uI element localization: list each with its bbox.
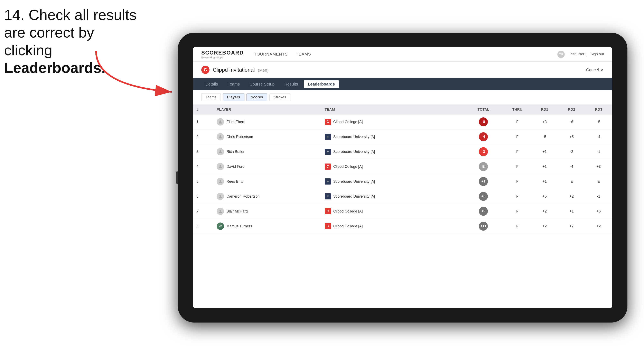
team-name: Scoreboard University [A] <box>333 194 375 199</box>
nav-tournaments[interactable]: TOURNAMENTS <box>254 51 288 57</box>
cell-rd1: +5 <box>531 189 558 204</box>
cell-rd2: +7 <box>558 219 585 234</box>
subnav-results[interactable]: Results <box>280 80 302 88</box>
nav-right: TU Test User | Sign out <box>557 51 604 58</box>
svg-point-2 <box>220 135 221 137</box>
cell-rd3: -5 <box>585 115 612 129</box>
team-logo: ≡ <box>325 178 331 184</box>
table-header: # PLAYER TEAM TOTAL THRU RD1 RD2 RD3 <box>193 105 612 115</box>
tournament-title: Clippd Invitational (Men) <box>213 67 586 73</box>
player-avatar <box>217 193 224 200</box>
filter-teams[interactable]: Teams <box>201 93 221 101</box>
team-logo: ≡ <box>325 193 331 199</box>
filter-scores[interactable]: Scores <box>246 93 267 101</box>
team-name: Clippd College [A] <box>333 224 363 228</box>
cell-team: ≡Scoreboard University [A] <box>322 174 463 189</box>
team-name: Scoreboard University [A] <box>333 150 375 154</box>
cell-total: -4 <box>463 129 504 144</box>
cell-rank: 3 <box>193 144 213 159</box>
men-badge: (Men) <box>258 68 268 72</box>
sign-out-link[interactable]: Sign out <box>590 52 604 56</box>
logo-text: SCOREBOARD <box>201 50 244 56</box>
cell-rd2: E <box>558 174 585 189</box>
cell-rank: 4 <box>193 159 213 174</box>
col-total: TOTAL <box>463 105 504 115</box>
player-name: Marcus Turners <box>226 224 252 228</box>
col-rank: # <box>193 105 213 115</box>
cell-total: +6 <box>463 189 504 204</box>
col-thru: THRU <box>504 105 531 115</box>
cell-rd2: -6 <box>558 115 585 129</box>
cell-rd3: +2 <box>585 219 612 234</box>
sub-nav: Details Teams Course Setup Results Leade… <box>193 78 612 90</box>
player-name: Elliot Ebert <box>226 120 244 124</box>
cell-thru: F <box>504 144 531 159</box>
player-avatar <box>217 118 224 126</box>
cell-rd1: +1 <box>531 159 558 174</box>
filter-players[interactable]: Players <box>223 93 244 101</box>
team-logo: ≡ <box>325 149 331 155</box>
player-name: Cameron Robertson <box>226 194 260 199</box>
cell-thru: F <box>504 115 531 129</box>
cell-rd1: +2 <box>531 204 558 219</box>
nav-teams[interactable]: TEAMS <box>296 51 311 57</box>
tournament-icon: C <box>201 66 210 74</box>
cell-team: ≡Scoreboard University [A] <box>322 144 463 159</box>
table-row: 1Elliot EbertCClippd College [A]-8F+3-6-… <box>193 115 612 129</box>
team-logo: C <box>325 208 331 214</box>
team-name: Scoreboard University [A] <box>333 135 375 139</box>
subnav-teams[interactable]: Teams <box>224 80 244 88</box>
table-row: 6Cameron Robertson≡Scoreboard University… <box>193 189 612 204</box>
svg-point-6 <box>220 195 221 196</box>
team-name: Clippd College [A] <box>333 120 363 124</box>
leaderboard-table: # PLAYER TEAM TOTAL THRU RD1 RD2 RD3 1El… <box>193 105 612 308</box>
team-logo: C <box>325 164 331 170</box>
player-name: Chris Robertson <box>226 135 253 139</box>
cell-rd3: +6 <box>585 204 612 219</box>
team-name: Clippd College [A] <box>333 165 363 169</box>
team-logo: C <box>325 223 331 229</box>
team-logo: C <box>325 119 331 125</box>
cell-player: Rees Britt <box>213 174 322 189</box>
cell-rd3: -1 <box>585 189 612 204</box>
cell-rd1: +1 <box>531 174 558 189</box>
tournament-header: C Clippd Invitational (Men) Cancel ✕ <box>193 62 612 78</box>
logo-sub: Powered by clippd <box>201 56 244 59</box>
score-badge: -2 <box>479 147 488 156</box>
col-rd3: RD3 <box>585 105 612 115</box>
player-avatar <box>217 133 224 141</box>
cell-team: CClippd College [A] <box>322 159 463 174</box>
svg-point-1 <box>220 120 221 122</box>
cell-rd1: -5 <box>531 129 558 144</box>
cell-player: Rich Butler <box>213 144 322 159</box>
cell-total: E <box>463 159 504 174</box>
player-name: Blair McHarg <box>226 209 248 213</box>
col-rd2: RD2 <box>558 105 585 115</box>
cell-thru: F <box>504 204 531 219</box>
subnav-course-setup[interactable]: Course Setup <box>246 80 278 88</box>
svg-point-4 <box>220 165 221 167</box>
table-row: 8MTMarcus TurnersCClippd College [A]+11F… <box>193 219 612 234</box>
cancel-button[interactable]: Cancel ✕ <box>586 67 604 72</box>
cell-player: Blair McHarg <box>213 204 322 219</box>
logo-area: SCOREBOARD Powered by clippd <box>201 50 244 59</box>
tablet-device: SCOREBOARD Powered by clippd TOURNAMENTS… <box>178 33 628 323</box>
cell-rd1: +1 <box>531 144 558 159</box>
results-table: # PLAYER TEAM TOTAL THRU RD1 RD2 RD3 1El… <box>193 105 612 234</box>
cell-rank: 5 <box>193 174 213 189</box>
filter-strokes[interactable]: Strokes <box>269 93 290 101</box>
cell-rank: 1 <box>193 115 213 129</box>
cell-rd2: -4 <box>558 159 585 174</box>
score-badge: E <box>479 162 488 171</box>
cell-player: MTMarcus Turners <box>213 219 322 234</box>
cell-team: ≡Scoreboard University [A] <box>322 189 463 204</box>
cell-rd2: +2 <box>558 189 585 204</box>
cell-total: -8 <box>463 115 504 129</box>
subnav-details[interactable]: Details <box>201 80 222 88</box>
subnav-leaderboards[interactable]: Leaderboards <box>304 80 339 88</box>
svg-point-3 <box>220 150 221 152</box>
svg-point-5 <box>220 180 221 182</box>
cell-player: David Ford <box>213 159 322 174</box>
col-team: TEAM <box>322 105 463 115</box>
cell-total: +11 <box>463 219 504 234</box>
